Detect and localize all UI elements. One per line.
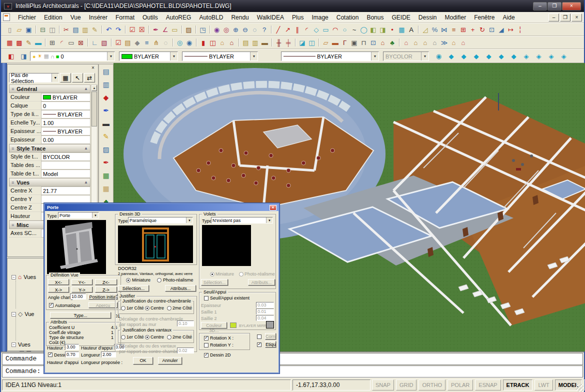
house-gray-icon[interactable]: ⌂ [430, 38, 440, 48]
layer-manager-icon[interactable]: ◧ [5, 51, 18, 61]
menu-image[interactable]: Image [308, 13, 332, 22]
automatique-checkbox[interactable] [49, 303, 54, 308]
toolbar-icon[interactable] [316, 38, 321, 48]
menu-outils[interactable]: Outils [138, 13, 162, 22]
view-x-plus-button[interactable]: X-> [48, 286, 69, 292]
spline-icon[interactable]: ~ [350, 24, 359, 34]
mdi-restore-button[interactable]: ❐ [560, 14, 570, 22]
corniche-checkbox[interactable] [257, 334, 262, 339]
new-icon[interactable]: ▯ [5, 24, 14, 34]
menu-fenetre[interactable]: Fenêtre [470, 13, 498, 22]
section-style-trace[interactable]: ≡ Style Trace ▲ [9, 144, 90, 152]
rectangle-icon[interactable]: ▭ [321, 24, 330, 34]
zoom-extents-icon[interactable]: ◌ [250, 24, 260, 34]
chevron-down-icon[interactable]: ▼ [250, 52, 258, 60]
double-line-icon[interactable]: ∥ [292, 24, 302, 34]
miniature-radio[interactable] [126, 278, 130, 282]
block-insert-icon[interactable]: ◨ [378, 24, 388, 34]
prop-value[interactable] [41, 195, 90, 204]
railing-edit-icon[interactable]: ╪ [284, 38, 293, 48]
rotation-x-checkbox[interactable] [204, 336, 208, 340]
toggle-grid[interactable]: GRID [396, 380, 417, 390]
window-insert-icon[interactable]: ◫ [208, 38, 218, 48]
toolbar-icon[interactable] [86, 38, 90, 48]
toolbar-icon[interactable] [194, 38, 198, 48]
toolbar-icon[interactable] [293, 38, 298, 48]
collapse-icon[interactable]: ▲ [84, 180, 88, 184]
ink-pen-icon[interactable]: ✒ [100, 106, 112, 116]
ok-button[interactable]: OK [133, 357, 153, 364]
animation-icon[interactable]: ▬ [100, 118, 112, 128]
collapse-icon[interactable]: ▲ [84, 86, 88, 91]
line-icon[interactable]: ╱ [274, 24, 283, 34]
toolbar-icon[interactable] [109, 38, 114, 48]
collapse-icon[interactable]: − [12, 312, 16, 316]
rotate-icon[interactable]: ↻ [478, 24, 487, 34]
print-preview-icon[interactable]: ◫ [48, 24, 57, 34]
scroll-thumb[interactable] [92, 92, 97, 126]
array-icon[interactable]: ⊞ [458, 24, 468, 34]
attributs-button[interactable]: Attributs... [165, 285, 196, 292]
palette-close-icon[interactable]: × [90, 65, 96, 72]
help-icon[interactable]: ? [260, 24, 269, 34]
prop-value[interactable]: Model [41, 170, 90, 178]
sketch-icon[interactable]: ✎ [100, 132, 112, 142]
toolbar-icon[interactable] [123, 24, 128, 34]
quick-select-icon[interactable]: ▦ [60, 73, 71, 82]
point-icon[interactable]: • [388, 24, 397, 34]
extend-icon[interactable]: ↦ [506, 24, 516, 34]
open-icon[interactable]: ▱ [14, 24, 24, 34]
menu-walkidea[interactable]: WalkIDEA [253, 13, 288, 22]
prop-value[interactable]: 21.77 [41, 186, 90, 195]
menu-bonus[interactable]: Bonus [362, 13, 388, 22]
desk-icon[interactable]: ⊓ [359, 38, 368, 48]
landscape-photo-icon[interactable]: ▦ [100, 170, 112, 180]
drawing-sheet-icon[interactable]: ▥ [100, 80, 112, 90]
prop-value[interactable]: BYLAYER [41, 127, 90, 136]
annuler-button[interactable]: Annuler [158, 357, 182, 364]
view-right-icon[interactable]: ◆ [484, 51, 494, 61]
railing-icon[interactable]: ╫ [274, 38, 284, 48]
chambranle-cote2-radio[interactable] [167, 306, 172, 310]
slab-tool-icon[interactable]: ◪ [298, 38, 307, 48]
resize-grip[interactable] [576, 384, 584, 392]
menu-edition[interactable]: Edition [40, 13, 66, 22]
menu-geide[interactable]: GEIDE [388, 13, 414, 22]
break-icon[interactable]: ╎ [516, 24, 525, 34]
disc-edit-icon[interactable]: ◉ [184, 38, 194, 48]
chevron-down-icon[interactable]: ▼ [170, 52, 178, 60]
chair-icon[interactable]: Г [340, 38, 350, 48]
format-painter-icon[interactable]: ✎ [90, 24, 100, 34]
roof-tool-icon[interactable]: ⌂ [218, 38, 227, 48]
room-rect-icon[interactable]: ▭ [66, 38, 76, 48]
porte-type-dropdown[interactable]: Porte▼ [58, 212, 99, 218]
paste-icon[interactable]: ▥ [80, 24, 90, 34]
hatch-wall-icon[interactable]: ▧ [100, 38, 109, 48]
maximize-button[interactable]: ❐ [548, 2, 562, 10]
dialog-close-icon[interactable]: × [270, 205, 276, 210]
grid-insert-icon[interactable]: ▦ [5, 38, 14, 48]
block-icon[interactable]: ◧ [368, 24, 378, 34]
report-sheet-icon[interactable]: ▤ [100, 66, 112, 76]
arc-segment-icon[interactable]: ◜ [302, 24, 312, 34]
lineweight-dropdown[interactable]: BYLAYER ▼ [281, 52, 379, 61]
roof-insert-icon[interactable]: ⌂ [227, 38, 236, 48]
toolbar-icon[interactable] [194, 24, 198, 34]
menu-vue[interactable]: Vue [66, 13, 85, 22]
surfaces-icon[interactable]: ▤ [123, 38, 132, 48]
toolbar-icon[interactable] [416, 24, 420, 34]
copy-object-icon[interactable]: % [430, 24, 440, 34]
markup-box-icon[interactable]: ☒ [137, 24, 146, 34]
move-icon[interactable]: + [468, 24, 478, 34]
dessus-checkbox[interactable] [48, 352, 52, 357]
toggle-ortho[interactable]: ORTHO [418, 380, 446, 390]
tree-node-vue-3d[interactable]: − ◇ Vue [12, 310, 34, 318]
position-initial-button[interactable]: Position initial [88, 294, 118, 300]
prop-value[interactable]: 1.00 [41, 118, 90, 127]
chevron-down-icon[interactable]: ▼ [371, 52, 378, 60]
hatch-icon[interactable]: ▦ [397, 24, 406, 34]
prop-value[interactable]: BYCOLOR [41, 152, 90, 161]
sofa-icon[interactable]: ▬ [330, 38, 340, 48]
vantaux-cote1-radio[interactable] [121, 335, 126, 340]
hauteur-field[interactable]: 3.00 [65, 344, 79, 350]
